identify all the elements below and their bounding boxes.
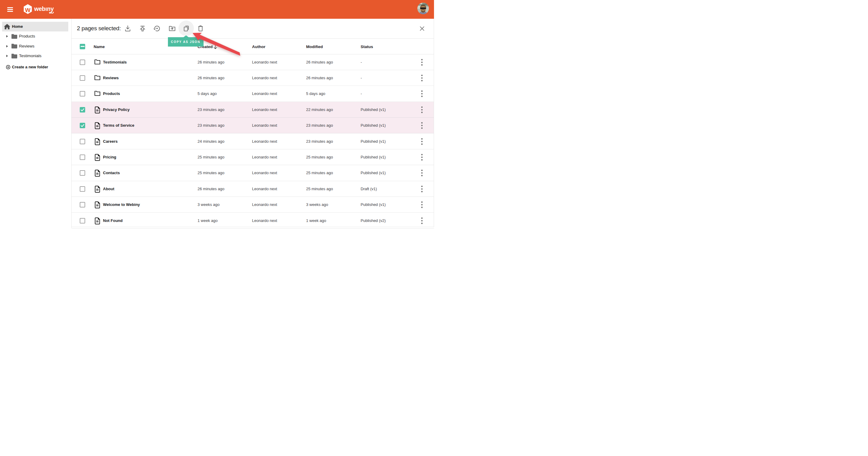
svg-text:w: w [25, 6, 31, 13]
